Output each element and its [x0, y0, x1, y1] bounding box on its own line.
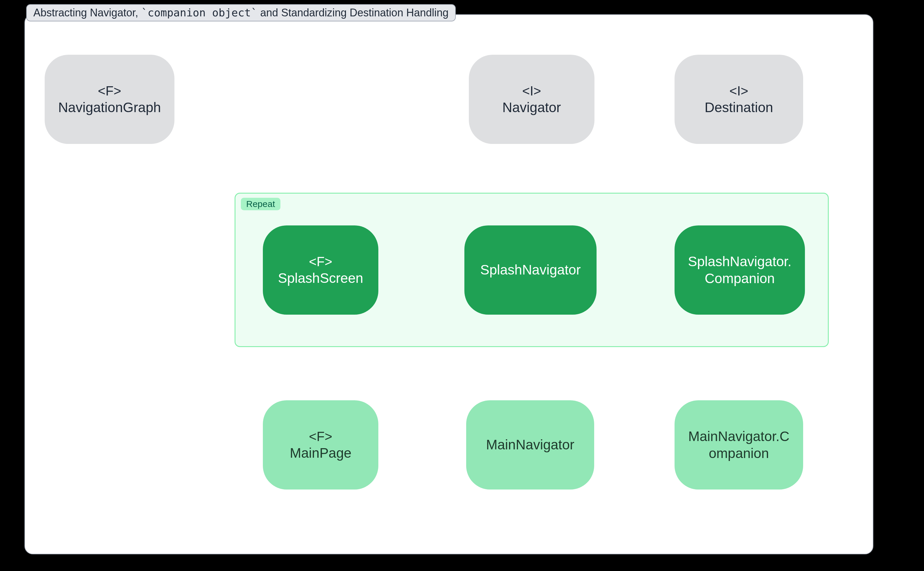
node-navigator: <I> Navigator: [469, 55, 594, 144]
node-destination: <I> Destination: [675, 55, 803, 144]
node-splash-navigator-companion-line1: SplashNavigator.: [688, 253, 791, 270]
node-destination-label: Destination: [704, 99, 773, 116]
node-splash-navigator-companion-line2: Companion: [704, 270, 775, 287]
node-splash-navigator-companion: SplashNavigator. Companion: [675, 225, 805, 315]
node-navigation-graph: <F> NavigationGraph: [45, 55, 175, 144]
page-title-text: Abstracting Navigator, `companion object…: [33, 6, 449, 19]
node-main-page: <F> MainPage: [263, 400, 378, 489]
node-navigator-stereotype: <I>: [522, 83, 541, 99]
node-navigator-label: Navigator: [503, 99, 561, 116]
node-navigation-graph-stereotype: <F>: [98, 83, 121, 99]
node-main-page-stereotype: <F>: [309, 428, 332, 444]
node-splash-screen-label: SplashScreen: [278, 270, 363, 287]
node-splash-navigator: SplashNavigator: [464, 225, 597, 315]
repeat-group-label: Repeat: [241, 198, 280, 210]
node-main-navigator-companion-line2: ompanion: [709, 445, 769, 462]
page-title: Abstracting Navigator, `companion object…: [26, 4, 456, 22]
node-main-navigator-label: MainNavigator: [486, 436, 574, 454]
node-main-navigator-companion-line1: MainNavigator.C: [688, 428, 789, 445]
node-main-page-label: MainPage: [289, 444, 351, 462]
node-navigation-graph-label: NavigationGraph: [58, 99, 161, 116]
node-splash-screen: <F> SplashScreen: [263, 225, 378, 315]
node-destination-stereotype: <I>: [729, 83, 748, 99]
node-main-navigator: MainNavigator: [466, 400, 594, 489]
node-splash-screen-stereotype: <F>: [309, 253, 332, 270]
node-splash-navigator-label: SplashNavigator: [480, 261, 581, 279]
node-main-navigator-companion: MainNavigator.C ompanion: [675, 400, 803, 489]
